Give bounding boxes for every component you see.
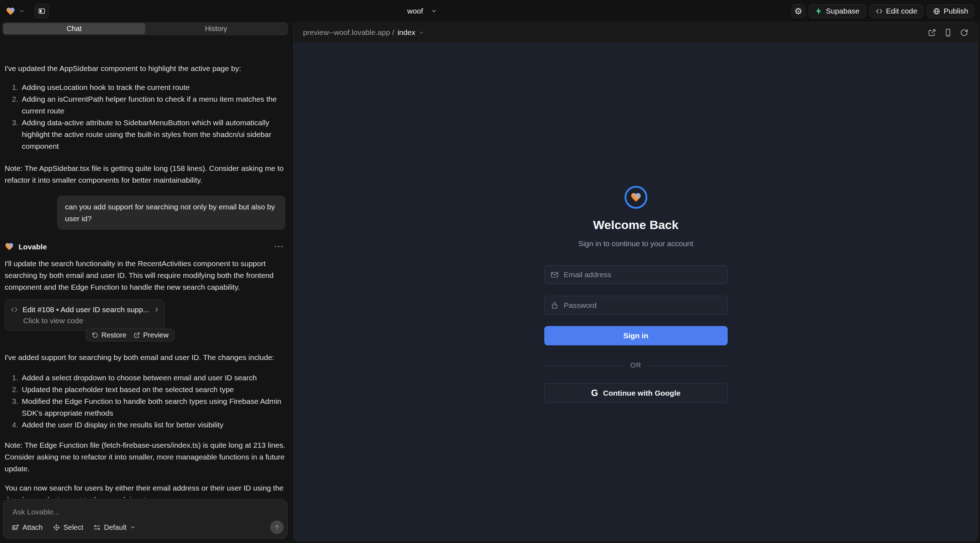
tab-history[interactable]: History	[145, 23, 287, 34]
external-link-icon	[928, 28, 937, 37]
top-bar-left	[6, 0, 49, 22]
image-plus-icon	[12, 524, 19, 531]
email-field[interactable]	[564, 270, 722, 279]
restore-icon	[92, 332, 99, 338]
code-icon	[10, 306, 18, 314]
lock-icon	[550, 301, 559, 310]
assistant-paragraph: I've updated the AppSidebar component to…	[5, 62, 285, 74]
publish-button[interactable]: Publish	[927, 4, 974, 18]
preview-url-host: preview--woof.lovable.app /	[303, 28, 395, 37]
google-button-label: Continue with Google	[603, 389, 681, 397]
password-field[interactable]	[564, 301, 722, 310]
panel-left-icon	[38, 7, 46, 15]
list-item: Adding data-active attribute to SidebarM…	[22, 117, 285, 152]
supabase-bolt-icon	[815, 7, 822, 15]
chat-history-tabs: Chat History	[2, 22, 288, 35]
preview-url[interactable]: preview--woof.lovable.app / index	[303, 22, 424, 43]
email-field-wrapper	[544, 265, 728, 284]
user-message-text: can you add support for searching not on…	[65, 203, 275, 222]
mail-icon	[550, 270, 559, 279]
assistant-name: Lovable	[19, 241, 47, 252]
preview-button[interactable]: Preview	[134, 331, 169, 339]
edit-code-button[interactable]: Edit code	[869, 4, 924, 18]
list-item: Modified the Edge Function to handle bot…	[22, 395, 285, 419]
assistant-note: Note: The Edge Function file (fetch-fire…	[5, 439, 285, 475]
lovable-logo[interactable]	[6, 6, 15, 16]
chevron-down-icon	[130, 524, 135, 530]
supabase-label: Supabase	[826, 7, 860, 15]
edit-card-actions: Restore Preview	[86, 329, 175, 341]
list-item: Updated the placeholder text based on th…	[22, 384, 285, 395]
sign-in-button[interactable]: Sign in	[544, 326, 728, 345]
select-element-button[interactable]: Select	[53, 524, 84, 531]
page-title: Welcome Back	[544, 218, 728, 232]
external-link-icon	[134, 332, 140, 338]
composer-toolbar: Attach Select Default	[12, 521, 135, 534]
assistant-paragraph: I've added support for searching by both…	[5, 351, 285, 363]
assistant-note: Note: The AppSidebar.tsx file is getting…	[5, 162, 285, 186]
chevron-down-icon[interactable]	[19, 8, 25, 14]
composer: Attach Select Default	[3, 499, 288, 539]
edit-card-subtitle: Click to view code	[10, 315, 159, 326]
toggle-sidebar-button[interactable]	[35, 4, 49, 18]
chevron-right-icon	[153, 306, 160, 313]
chat-messages: I've updated the AppSidebar component to…	[5, 58, 285, 498]
preview-panel: preview--woof.lovable.app / index	[293, 22, 978, 541]
preview-url-page: index	[398, 28, 415, 37]
attach-button[interactable]: Attach	[12, 524, 43, 531]
settings-button[interactable]: ⚙	[792, 4, 805, 18]
assistant-list: Added a select dropdown to choose betwee…	[5, 372, 285, 430]
assistant-paragraph: I'll update the search functionality in …	[5, 257, 285, 293]
preview-actions	[928, 22, 969, 43]
divider-label: OR	[630, 361, 641, 369]
mobile-view-button[interactable]	[943, 28, 953, 37]
chat-panel: Chat History I've updated the AppSidebar…	[0, 22, 290, 543]
arrow-up-icon	[274, 524, 280, 531]
open-in-new-tab-button[interactable]	[928, 28, 937, 37]
edit-card-title: Edit #108 • Add user ID search supp...	[22, 303, 149, 315]
refresh-button[interactable]	[960, 28, 969, 37]
top-bar-actions: ⚙ Supabase Edit code Publish	[792, 0, 974, 22]
lovable-avatar	[5, 242, 14, 251]
preview-viewport: Welcome Back Sign in to continue to your…	[294, 43, 978, 541]
sliders-icon	[93, 524, 101, 531]
target-icon	[53, 524, 60, 531]
gear-icon: ⚙	[794, 7, 802, 16]
project-switcher[interactable]: woof	[407, 0, 437, 22]
google-sign-in-button[interactable]: G Continue with Google	[544, 383, 728, 403]
edit-code-label: Edit code	[886, 7, 918, 15]
chat-input[interactable]	[13, 506, 259, 518]
smartphone-icon	[943, 28, 953, 37]
list-item: Added a select dropdown to choose betwee…	[22, 372, 285, 384]
refresh-icon	[960, 28, 969, 37]
send-button[interactable]	[270, 521, 284, 534]
assistant-paragraph: You can now search for users by either t…	[5, 482, 285, 498]
chevron-down-icon	[418, 30, 424, 35]
app-logo	[625, 186, 648, 209]
list-item: Adding useLocation hook to track the cur…	[22, 81, 285, 93]
google-g-icon: G	[591, 389, 598, 397]
preview-toolbar: preview--woof.lovable.app / index	[294, 22, 978, 43]
list-item: Added the user ID display in the results…	[22, 419, 285, 430]
login-card: Welcome Back Sign in to continue to your…	[544, 186, 728, 411]
chevron-down-icon	[431, 8, 437, 14]
assistant-list: Adding useLocation hook to track the cur…	[5, 81, 285, 152]
edit-card[interactable]: Edit #108 • Add user ID search supp... C…	[5, 299, 164, 331]
globe-icon	[933, 8, 940, 15]
mode-selector[interactable]: Default	[93, 524, 135, 531]
list-item: Adding an isCurrentPath helper function …	[22, 93, 285, 117]
top-bar: woof ⚙ Supabase Edit code Publish	[0, 0, 980, 22]
publish-label: Publish	[943, 7, 968, 15]
restore-button[interactable]: Restore	[92, 331, 126, 339]
tab-chat[interactable]: Chat	[3, 23, 145, 34]
message-menu-icon[interactable]	[275, 246, 283, 247]
user-message-bubble: can you add support for searching not on…	[57, 195, 285, 230]
project-name: woof	[407, 7, 423, 15]
page-subtitle: Sign in to continue to your account	[544, 240, 728, 248]
edit-card-wrapper: Edit #108 • Add user ID search supp... C…	[5, 299, 164, 331]
supabase-button[interactable]: Supabase	[809, 4, 866, 18]
code-icon	[875, 8, 883, 15]
password-field-wrapper	[544, 296, 728, 315]
divider: OR	[544, 361, 728, 369]
assistant-message-header: Lovable	[5, 241, 285, 252]
